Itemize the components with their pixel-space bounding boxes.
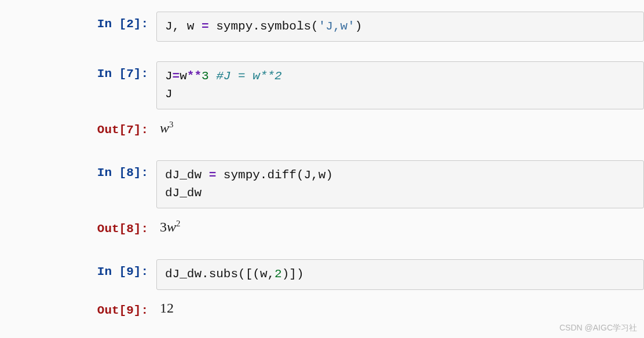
output-prompt: Out[8]: — [0, 216, 156, 239]
code-input[interactable]: dJ_dw = sympy.diff(J,w) dJ_dw — [156, 160, 644, 208]
input-row: In [8]:dJ_dw = sympy.diff(J,w) dJ_dw — [0, 160, 644, 208]
input-row: In [2]:J, w = sympy.symbols('J,w') — [0, 12, 644, 42]
output-row: Out[7]:w3 — [0, 117, 644, 141]
code-input[interactable]: J=w**3 #J = w**2 J — [156, 61, 644, 109]
code-output: 12 — [156, 298, 644, 321]
code-input[interactable]: dJ_dw.subs([(w,2)]) — [156, 259, 644, 289]
input-prompt: In [8]: — [0, 160, 156, 183]
output-prompt: Out[7]: — [0, 117, 156, 140]
input-row: In [7]:J=w**3 #J = w**2 J — [0, 61, 644, 109]
notebook-container: In [2]:J, w = sympy.symbols('J,w')In [7]… — [0, 12, 644, 321]
code-output: w3 — [156, 117, 644, 141]
input-prompt: In [2]: — [0, 12, 156, 34]
output-prompt: Out[9]: — [0, 298, 156, 321]
output-row: Out[8]:3w2 — [0, 216, 644, 240]
input-prompt: In [7]: — [0, 61, 156, 84]
output-row: Out[9]:12 — [0, 298, 644, 321]
watermark: CSDN @AIGC学习社 — [559, 323, 637, 333]
input-row: In [9]:dJ_dw.subs([(w,2)]) — [0, 259, 644, 289]
code-input[interactable]: J, w = sympy.symbols('J,w') — [156, 12, 644, 42]
input-prompt: In [9]: — [0, 259, 156, 282]
code-output: 3w2 — [156, 216, 644, 240]
